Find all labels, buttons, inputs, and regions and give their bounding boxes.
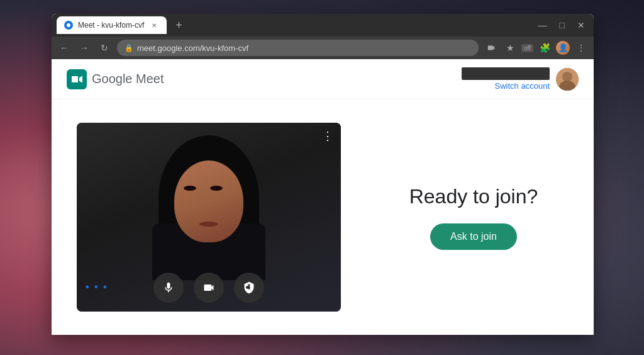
header-right-area: Switch account: [462, 67, 579, 91]
browser-profile-avatar[interactable]: [556, 41, 570, 55]
ask-to-join-button[interactable]: Ask to join: [430, 223, 517, 250]
join-panel: Ready to join? Ask to join: [379, 185, 569, 250]
browser-actions: ★ off 🧩 ⋮: [484, 40, 589, 55]
account-info: Switch account: [462, 67, 550, 91]
address-bar: ← → ↻ 🔒 meet.google.com/kvu-kfom-cvf ★ o…: [52, 37, 594, 59]
meet-header: Google Meet Switch account: [52, 59, 594, 99]
page-content: Google Meet Switch account: [52, 59, 594, 335]
close-button[interactable]: ✕: [574, 19, 589, 31]
video-menu-icon[interactable]: ⋮: [322, 129, 333, 143]
switch-account-link[interactable]: Switch account: [495, 81, 550, 91]
meet-main: ⋮ • • •: [52, 99, 594, 335]
puzzle-icon[interactable]: 🧩: [537, 40, 552, 55]
tab-favicon: [64, 21, 73, 30]
extension-badge: off: [521, 44, 533, 52]
meet-logo-icon: [67, 69, 87, 89]
title-bar: Meet - kvu-kfom-cvf ✕ + — □ ✕: [52, 14, 594, 37]
minimize-button[interactable]: —: [535, 19, 551, 31]
user-avatar[interactable]: [556, 68, 579, 91]
maximize-button[interactable]: □: [556, 19, 569, 31]
star-icon[interactable]: ★: [502, 40, 518, 55]
account-name-redacted: [462, 67, 550, 80]
meet-logo: Google Meet: [67, 69, 164, 89]
tab-title: Meet - kvu-kfom-cvf: [78, 21, 144, 30]
new-tab-button[interactable]: +: [172, 18, 186, 33]
more-options-icon[interactable]: ⋮: [574, 40, 589, 55]
camera-action-icon[interactable]: [484, 40, 499, 55]
refresh-button[interactable]: ↻: [97, 40, 112, 55]
effects-button[interactable]: [234, 273, 264, 303]
video-preview: ⋮ • • •: [77, 123, 341, 312]
ready-to-join-text: Ready to join?: [409, 185, 538, 208]
camera-button[interactable]: [194, 273, 224, 303]
address-field[interactable]: 🔒 meet.google.com/kvu-kfom-cvf: [117, 40, 479, 56]
video-face: [174, 161, 243, 242]
video-controls: [77, 273, 341, 303]
svg-point-2: [562, 72, 572, 82]
tab-close-button[interactable]: ✕: [149, 20, 159, 30]
meet-logo-text: Google Meet: [92, 72, 164, 86]
window-controls: — □ ✕: [535, 19, 589, 31]
mic-button[interactable]: [153, 273, 184, 303]
lock-icon: 🔒: [125, 44, 133, 52]
url-text: meet.google.com/kvu-kfom-cvf: [137, 43, 248, 53]
browser-tab[interactable]: Meet - kvu-kfom-cvf ✕: [57, 16, 167, 34]
title-bar-left: Meet - kvu-kfom-cvf ✕ +: [57, 16, 535, 34]
back-button[interactable]: ←: [57, 40, 72, 55]
browser-window: Meet - kvu-kfom-cvf ✕ + — □ ✕ ← → ↻ 🔒 me…: [52, 14, 594, 335]
forward-button[interactable]: →: [77, 40, 92, 55]
